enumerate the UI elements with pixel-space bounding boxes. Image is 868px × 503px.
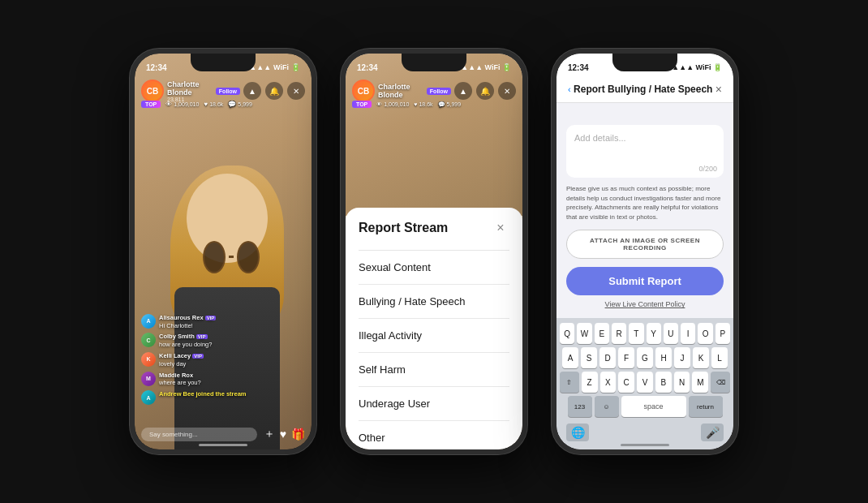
streamer-avatar: CB bbox=[141, 80, 164, 102]
comment-avatar: A bbox=[141, 314, 156, 329]
key-c[interactable]: C bbox=[618, 372, 634, 393]
report-modal-header: Report Stream × bbox=[359, 219, 509, 237]
status-time-3: 12:34 bbox=[568, 63, 589, 72]
key-v[interactable]: V bbox=[637, 372, 653, 393]
textarea-placeholder: Add details... bbox=[574, 133, 715, 143]
comment-icon: 💬 bbox=[228, 101, 236, 108]
phone-2-report-menu: 12:34 ▲▲▲ WiFi 🔋 CB Charlotte Blonde Fol… bbox=[341, 49, 527, 454]
report-option-selfharm[interactable]: Self Harm bbox=[359, 353, 509, 387]
share-icon[interactable]: ▲ bbox=[243, 82, 261, 100]
phone2-follow-badge[interactable]: Follow bbox=[427, 88, 451, 95]
status-icons-1: ▲▲▲ WiFi 🔋 bbox=[249, 63, 300, 71]
comment-item: K Kelli Lacey VIP lovely day bbox=[141, 352, 305, 368]
detail-title: Report Bullying / Hate Speech bbox=[574, 84, 712, 95]
phone2-share-icon[interactable]: ▲ bbox=[454, 82, 472, 100]
key-o[interactable]: O bbox=[698, 323, 712, 344]
comment-item: C Colby Smith VIP how are you doing? bbox=[141, 333, 305, 349]
back-button[interactable]: ‹ bbox=[568, 84, 571, 94]
key-space[interactable]: space bbox=[621, 396, 686, 417]
key-a[interactable]: A bbox=[562, 347, 578, 368]
key-m[interactable]: M bbox=[692, 372, 708, 393]
key-y[interactable]: Y bbox=[647, 323, 661, 344]
key-u[interactable]: U bbox=[664, 323, 678, 344]
view-policy-link-3[interactable]: View Live Content Policy bbox=[566, 300, 724, 308]
bell-icon[interactable]: 🔔 bbox=[265, 82, 283, 100]
submit-report-button[interactable]: Submit Report bbox=[566, 267, 724, 295]
key-i[interactable]: I bbox=[681, 323, 695, 344]
key-delete[interactable]: ⌫ bbox=[711, 372, 730, 393]
report-option-bullying[interactable]: Bullying / Hate Speech bbox=[359, 285, 509, 319]
report-option-underage[interactable]: Underage User bbox=[359, 387, 509, 421]
key-b[interactable]: B bbox=[655, 372, 672, 393]
report-close-btn[interactable]: × bbox=[492, 219, 509, 237]
key-g[interactable]: G bbox=[637, 347, 653, 368]
stream-actions: ▲ 🔔 ✕ bbox=[243, 82, 305, 100]
key-k[interactable]: K bbox=[693, 347, 709, 368]
vip-badge: VIP bbox=[192, 354, 204, 359]
comment-avatar: C bbox=[141, 333, 156, 347]
home-indicator-2 bbox=[410, 444, 458, 446]
key-123[interactable]: 123 bbox=[568, 396, 592, 417]
phone2-likes: ♥ 18.6k bbox=[414, 101, 432, 107]
char-count: 0/200 bbox=[698, 165, 717, 173]
report-option-sexual[interactable]: Sexual Content bbox=[359, 251, 509, 285]
heart-icon-stat: ♥ bbox=[204, 101, 208, 108]
key-n[interactable]: N bbox=[674, 372, 690, 393]
phone2-close-icon[interactable]: ✕ bbox=[498, 82, 516, 100]
phone2-comments: 💬 5,999 bbox=[438, 101, 461, 108]
heart-icon[interactable]: ♥ bbox=[280, 428, 286, 441]
comment-username: Kelli Lacey bbox=[159, 352, 191, 359]
key-emoji[interactable]: ☺ bbox=[595, 396, 619, 417]
status-icons-3: ▲▲▲ WiFi 🔋 bbox=[672, 63, 722, 71]
key-return[interactable]: return bbox=[689, 396, 723, 417]
comment-count: 💬 5,999 bbox=[228, 101, 252, 108]
key-t[interactable]: T bbox=[629, 323, 643, 344]
key-p[interactable]: P bbox=[715, 323, 730, 344]
globe-icon[interactable]: 🌐 bbox=[566, 423, 589, 441]
key-z[interactable]: Z bbox=[582, 372, 598, 393]
key-l[interactable]: L bbox=[711, 347, 728, 368]
comment-item: A Andrew Bee joined the stream bbox=[141, 390, 305, 405]
keyboard-row-1: Q W E R T Y U I O P bbox=[560, 323, 730, 344]
key-d[interactable]: D bbox=[599, 347, 616, 368]
key-r[interactable]: R bbox=[612, 323, 626, 344]
comment-username: Colby Smith bbox=[159, 333, 195, 340]
phone2-avatar: CB bbox=[352, 80, 375, 102]
comment-username: Alisaurous Rex bbox=[159, 314, 204, 321]
like-count: ♥ 18.6k bbox=[204, 101, 223, 108]
eye-icon: 👁 bbox=[165, 101, 172, 108]
comment-avatar: K bbox=[141, 352, 156, 367]
key-j[interactable]: J bbox=[674, 347, 690, 368]
comment-input[interactable]: Say something... bbox=[141, 428, 257, 441]
attach-button[interactable]: ATTACH AN IMAGE OR SCREEN RECORDING bbox=[566, 230, 724, 259]
report-option-illegal[interactable]: Illegal Activity bbox=[359, 319, 509, 353]
vip-badge: VIP bbox=[196, 334, 208, 339]
chevron-left-icon: ‹ bbox=[568, 84, 571, 94]
key-h[interactable]: H bbox=[655, 347, 672, 368]
gift-icon[interactable]: 🎁 bbox=[291, 428, 305, 441]
phone2-top-tag: TOP bbox=[352, 101, 372, 108]
add-icon[interactable]: ＋ bbox=[264, 427, 275, 441]
status-bar-3: 12:34 ▲▲▲ WiFi 🔋 bbox=[556, 54, 733, 76]
phone2-views: 👁 1,009,010 bbox=[376, 101, 409, 107]
key-e[interactable]: E bbox=[595, 323, 609, 344]
key-shift[interactable]: ⇧ bbox=[560, 372, 579, 393]
live-stats-bar: TOP 👁 1,009,010 ♥ 18.6k 💬 5,999 bbox=[135, 101, 312, 108]
key-x[interactable]: X bbox=[600, 372, 617, 393]
comment-avatar: M bbox=[141, 372, 156, 386]
key-f[interactable]: F bbox=[618, 347, 634, 368]
details-textarea-container[interactable]: Add details... 0/200 bbox=[566, 125, 724, 178]
key-w[interactable]: W bbox=[577, 323, 591, 344]
follow-badge[interactable]: Follow bbox=[216, 88, 240, 95]
keyboard-row-3: ⇧ Z X C V B N M ⌫ bbox=[560, 372, 730, 393]
mic-icon[interactable]: 🎤 bbox=[701, 423, 724, 441]
home-indicator-1 bbox=[199, 444, 247, 446]
comments-list: A Alisaurous Rex VIP Hi Charlotte! C Col… bbox=[135, 314, 312, 405]
close-stream-icon[interactable]: ✕ bbox=[287, 82, 305, 100]
detail-close-btn[interactable]: × bbox=[715, 83, 722, 96]
key-q[interactable]: Q bbox=[560, 323, 574, 344]
streamer-info: Charlotte Blonde 23,811 bbox=[167, 80, 213, 102]
phone2-bell-icon[interactable]: 🔔 bbox=[476, 82, 494, 100]
key-s[interactable]: S bbox=[581, 347, 597, 368]
status-bar-2: 12:34 ▲▲▲ WiFi 🔋 bbox=[346, 54, 522, 76]
